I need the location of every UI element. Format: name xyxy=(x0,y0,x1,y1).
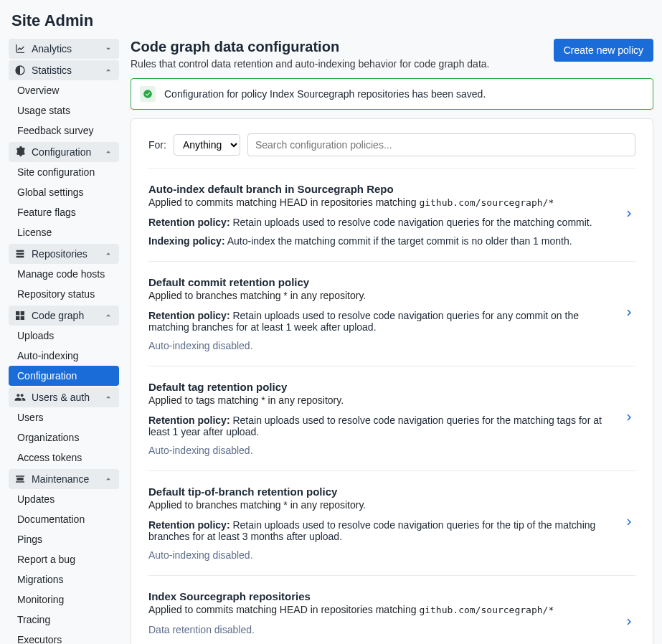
policies-card: For: Anything Auto-index default branch … xyxy=(131,118,653,644)
section-icon xyxy=(14,248,26,260)
search-input[interactable] xyxy=(247,133,635,156)
section-label: Repositories xyxy=(32,248,88,260)
sidebar-item[interactable]: Feedback survey xyxy=(9,120,119,141)
policy-indexing: Indexing policy: Auto-index the matching… xyxy=(148,235,611,247)
main-subheading: Rules that control data retention and au… xyxy=(131,58,489,70)
policy-title: Index Sourcegraph repositories xyxy=(148,590,611,602)
alert-text: Configuration for policy Index Sourcegra… xyxy=(164,88,486,100)
main-content: Code graph data configuration Rules that… xyxy=(131,39,653,644)
sidebar-item[interactable]: Migrations xyxy=(9,569,119,589)
filter-select[interactable]: Anything xyxy=(174,134,240,156)
section-icon xyxy=(14,65,26,76)
sidebar-item[interactable]: Monitoring xyxy=(9,589,119,610)
sidebar-section-header[interactable]: Statistics xyxy=(9,60,119,80)
chevron-icon xyxy=(103,311,113,321)
sidebar-item[interactable]: Feature flags xyxy=(9,202,119,222)
chevron-right-icon xyxy=(623,615,635,630)
sidebar-section-header[interactable]: Users & auth xyxy=(9,387,119,407)
policy-row[interactable]: Default tag retention policyApplied to t… xyxy=(148,366,635,470)
policy-title: Default tag retention policy xyxy=(148,381,611,393)
sidebar-item[interactable]: Auto-indexing xyxy=(9,346,119,366)
section-icon xyxy=(14,310,26,321)
policy-title: Auto-index default branch in Sourcegraph… xyxy=(148,183,611,195)
section-label: Statistics xyxy=(32,65,72,76)
policy-disabled: Auto-indexing disabled. xyxy=(148,549,611,561)
section-label: Analytics xyxy=(32,43,72,55)
policy-title: Default commit retention policy xyxy=(148,276,611,288)
chevron-right-icon xyxy=(623,207,635,222)
chevron-icon xyxy=(103,147,113,157)
filter-label: For: xyxy=(148,139,166,151)
sidebar-item[interactable]: License xyxy=(9,222,119,242)
policy-retention: Retention policy: Retain uploads used to… xyxy=(148,217,611,228)
policy-disabled: Auto-indexing disabled. xyxy=(148,340,611,351)
policy-row[interactable]: Default commit retention policyApplied t… xyxy=(148,261,635,366)
policy-retention: Retention policy: Retain uploads used to… xyxy=(148,415,611,437)
sidebar-item[interactable]: Global settings xyxy=(9,182,119,202)
success-alert: Configuration for policy Index Sourcegra… xyxy=(131,78,653,110)
chevron-icon xyxy=(103,249,113,259)
main-heading: Code graph data configuration xyxy=(131,39,489,55)
policy-row[interactable]: Default tip-of-branch retention policyAp… xyxy=(148,470,635,575)
sidebar-item[interactable]: Usage stats xyxy=(9,100,119,120)
sidebar-item[interactable]: Documentation xyxy=(9,509,119,529)
section-icon xyxy=(14,146,26,158)
sidebar-item[interactable]: Overview xyxy=(9,80,119,100)
sidebar-item[interactable]: Uploads xyxy=(9,326,119,346)
section-label: Maintenance xyxy=(32,473,89,485)
policy-row[interactable]: Index Sourcegraph repositoriesApplied to… xyxy=(148,575,635,644)
policy-applied: Applied to tags matching * in any reposi… xyxy=(148,394,611,406)
chevron-icon xyxy=(103,44,113,54)
check-circle-icon xyxy=(140,86,156,102)
sidebar-section-header[interactable]: Repositories xyxy=(9,244,119,264)
policy-retention: Retention policy: Retain uploads used to… xyxy=(148,310,611,333)
section-icon xyxy=(14,473,26,485)
sidebar-item[interactable]: Pings xyxy=(9,529,119,549)
policy-applied: Applied to branches matching * in any re… xyxy=(148,290,611,301)
sidebar-item[interactable]: Executors xyxy=(9,630,119,644)
sidebar-item[interactable]: Access tokens xyxy=(9,448,119,468)
chevron-right-icon xyxy=(623,516,635,531)
policy-applied: Applied to branches matching * in any re… xyxy=(148,499,611,511)
chevron-right-icon xyxy=(623,411,635,426)
policy-disabled: Auto-indexing disabled. xyxy=(148,445,611,456)
chevron-icon xyxy=(103,474,113,484)
section-label: Configuration xyxy=(32,146,91,158)
policy-applied: Applied to commits matching HEAD in repo… xyxy=(148,604,611,615)
sidebar-item[interactable]: Repository status xyxy=(9,284,119,304)
sidebar-section-header[interactable]: Analytics xyxy=(9,39,119,59)
page-title: Site Admin xyxy=(9,11,653,30)
sidebar-section-header[interactable]: Code graph xyxy=(9,306,119,326)
policy-row[interactable]: Auto-index default branch in Sourcegraph… xyxy=(148,168,635,261)
section-icon xyxy=(14,392,26,403)
sidebar: AnalyticsStatisticsOverviewUsage statsFe… xyxy=(9,39,119,644)
sidebar-section-header[interactable]: Maintenance xyxy=(9,469,119,489)
chevron-right-icon xyxy=(623,306,635,321)
policy-title: Default tip-of-branch retention policy xyxy=(148,486,611,498)
sidebar-item[interactable]: Users xyxy=(9,407,119,427)
sidebar-item[interactable]: Organizations xyxy=(9,427,119,448)
policy-disabled: Data retention disabled. xyxy=(148,624,611,635)
sidebar-item[interactable]: Site configuration xyxy=(9,162,119,182)
sidebar-item[interactable]: Report a bug xyxy=(9,549,119,569)
policy-retention: Retention policy: Retain uploads used to… xyxy=(148,519,611,542)
section-icon xyxy=(14,43,26,55)
chevron-icon xyxy=(103,392,113,402)
sidebar-item[interactable]: Manage code hosts xyxy=(9,264,119,284)
create-policy-button[interactable]: Create new policy xyxy=(554,39,653,62)
sidebar-item[interactable]: Tracing xyxy=(9,610,119,630)
section-label: Code graph xyxy=(32,310,84,321)
policy-applied: Applied to commits matching HEAD in repo… xyxy=(148,196,611,208)
sidebar-item[interactable]: Updates xyxy=(9,489,119,509)
section-label: Users & auth xyxy=(32,392,90,403)
chevron-icon xyxy=(103,65,113,75)
sidebar-section-header[interactable]: Configuration xyxy=(9,142,119,162)
sidebar-item[interactable]: Configuration xyxy=(9,366,119,386)
